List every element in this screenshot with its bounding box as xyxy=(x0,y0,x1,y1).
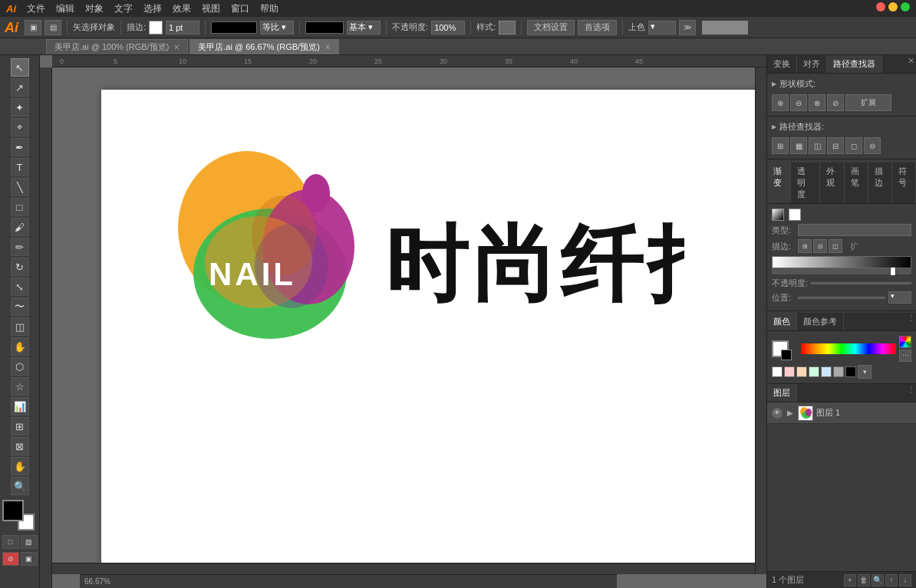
layers-panel-options[interactable]: ⋮ xyxy=(905,384,916,395)
intersect-icon[interactable]: ⊗ xyxy=(809,94,825,111)
outline-icon[interactable]: ◻ xyxy=(845,137,862,154)
color-options-icon[interactable]: ⋯ xyxy=(899,350,911,362)
position-slider[interactable] xyxy=(798,297,885,299)
gradient-fill-square[interactable] xyxy=(772,209,784,221)
divide-icon[interactable]: ⊞ xyxy=(772,137,789,154)
layer-item-1[interactable]: 👁 ▶ 图层 1 xyxy=(767,402,916,424)
menu-select[interactable]: 选择 xyxy=(139,1,166,17)
type-input[interactable] xyxy=(798,224,911,236)
minus-front-icon[interactable]: ⊖ xyxy=(790,94,807,111)
shape-tool[interactable]: □ xyxy=(11,198,29,216)
select-tool[interactable]: ↖ xyxy=(11,58,29,77)
tab1-close[interactable]: ✕ xyxy=(173,43,180,51)
foreground-color[interactable] xyxy=(2,500,24,521)
maximize-button[interactable] xyxy=(901,2,910,11)
color-panel-close[interactable]: ⋮ xyxy=(905,313,916,324)
exclude-icon[interactable]: ⊘ xyxy=(827,94,844,111)
type-tool[interactable]: T xyxy=(11,158,29,176)
opacity-input[interactable] xyxy=(431,21,465,34)
eyedropper-tool[interactable]: ✋ xyxy=(11,337,29,356)
stroke-align3[interactable]: ◫ xyxy=(829,239,842,253)
screen-mode[interactable]: ▣ xyxy=(21,552,38,566)
warp-tool[interactable]: 〜 xyxy=(11,297,29,316)
crop-icon[interactable]: ⊟ xyxy=(827,137,844,154)
stroke-align1[interactable]: ⊞ xyxy=(798,239,812,253)
mask-mode[interactable]: ▨ xyxy=(21,535,38,549)
canvas-area[interactable]: 0 5 10 15 20 25 30 35 40 45 xyxy=(40,55,766,588)
menu-help[interactable]: 帮助 xyxy=(255,1,283,17)
close-button[interactable] xyxy=(876,2,885,11)
tab-color[interactable]: 颜色 xyxy=(767,313,797,330)
color-preview-right[interactable] xyxy=(702,21,748,34)
minus-back-icon[interactable]: ⊖ xyxy=(864,137,881,154)
red-slash[interactable]: ⊘ xyxy=(2,552,19,566)
arrange-dropdown[interactable]: ▾ xyxy=(648,21,676,34)
pencil-tool[interactable]: ✏ xyxy=(11,238,29,256)
line-tool[interactable]: ╲ xyxy=(11,178,29,196)
horizontal-scrollbar[interactable] xyxy=(52,563,755,574)
preferences-btn[interactable]: 首选项 xyxy=(578,20,617,35)
document-icon[interactable]: ▣ xyxy=(25,20,41,35)
paintbrush-tool[interactable]: 🖌 xyxy=(11,218,29,236)
hand-tool[interactable]: ✋ xyxy=(11,457,29,475)
tab-symbol[interactable]: 符号 xyxy=(892,163,916,203)
menu-file[interactable]: 文件 xyxy=(22,1,50,17)
tab-appearance[interactable]: 外观 xyxy=(820,163,844,203)
extra-options-icon[interactable]: ≫ xyxy=(679,20,696,35)
gradient-tool[interactable]: ◫ xyxy=(11,317,29,336)
color-rainbow-bar[interactable] xyxy=(801,343,896,354)
color-swatch-more[interactable]: ▾ xyxy=(858,365,872,379)
tab-describe[interactable]: 描边 xyxy=(868,163,892,203)
tab-pathfinder[interactable]: 路径查找器 xyxy=(827,55,882,73)
gradient-slider[interactable] xyxy=(772,268,911,274)
search-layer-btn[interactable]: 🔍 xyxy=(872,574,884,586)
blend-tool[interactable]: ⬡ xyxy=(11,357,29,376)
swatch-pink[interactable] xyxy=(784,366,795,377)
swatch-white[interactable] xyxy=(772,366,783,377)
new-layer-btn[interactable]: + xyxy=(844,574,856,586)
artboard-tool[interactable]: ⊞ xyxy=(11,417,29,435)
tab-layers[interactable]: 图层 xyxy=(767,384,797,402)
stroke-value-input[interactable] xyxy=(166,21,199,34)
color-wheel-icon[interactable] xyxy=(899,336,911,348)
swatch-gray[interactable] xyxy=(833,366,844,377)
zoom-tool[interactable]: 🔍 xyxy=(11,477,29,495)
menu-text[interactable]: 文字 xyxy=(110,1,137,17)
layer-down-btn[interactable]: ↓ xyxy=(899,574,911,586)
rotate-tool[interactable]: ↻ xyxy=(11,258,29,276)
magic-wand-tool[interactable]: ✦ xyxy=(11,98,29,117)
view-toggle[interactable]: ▤ xyxy=(44,20,61,35)
color-bg-small[interactable] xyxy=(781,350,792,360)
lasso-tool[interactable]: ⌖ xyxy=(11,118,29,136)
unite-icon[interactable]: ⊕ xyxy=(772,94,789,111)
scale-tool[interactable]: ⤡ xyxy=(11,278,29,296)
swatch-black[interactable] xyxy=(845,366,856,377)
menu-window[interactable]: 窗口 xyxy=(226,1,254,17)
line-dropdown[interactable]: 基本 ▾ xyxy=(347,21,381,34)
layer-up-btn[interactable]: ↑ xyxy=(885,574,898,586)
menu-effect[interactable]: 效果 xyxy=(168,1,196,17)
style-preview[interactable] xyxy=(499,21,516,34)
panel-close-btn[interactable]: ✕ xyxy=(905,55,916,66)
swatch-skyblue[interactable] xyxy=(821,366,832,377)
layer-expand-icon[interactable]: ▶ xyxy=(787,409,793,417)
tab-align[interactable]: 对齐 xyxy=(797,55,827,73)
menu-edit[interactable]: 编辑 xyxy=(51,1,79,17)
tab-color-guide[interactable]: 颜色参考 xyxy=(797,313,844,330)
vertical-scrollbar[interactable] xyxy=(755,67,766,574)
tab-transform[interactable]: 变换 xyxy=(767,55,797,73)
pen-tool[interactable]: ✒ xyxy=(11,138,29,156)
doc-settings-btn[interactable]: 文档设置 xyxy=(527,20,575,35)
stroke-color-box[interactable] xyxy=(149,21,163,34)
normal-mode[interactable]: □ xyxy=(2,535,19,549)
color-fg[interactable] xyxy=(772,340,789,357)
slice-tool[interactable]: ⊠ xyxy=(11,437,29,455)
stroke-align2[interactable]: ⊟ xyxy=(813,239,827,253)
minimize-button[interactable] xyxy=(888,2,898,11)
gradient-stroke-square[interactable] xyxy=(789,209,801,221)
position-dropdown[interactable]: ▾ xyxy=(888,291,911,304)
opacity-slider[interactable] xyxy=(811,282,911,284)
swatch-peach[interactable] xyxy=(796,366,807,377)
direct-select-tool[interactable]: ↗ xyxy=(11,78,29,97)
swatch-mint[interactable] xyxy=(809,366,819,377)
